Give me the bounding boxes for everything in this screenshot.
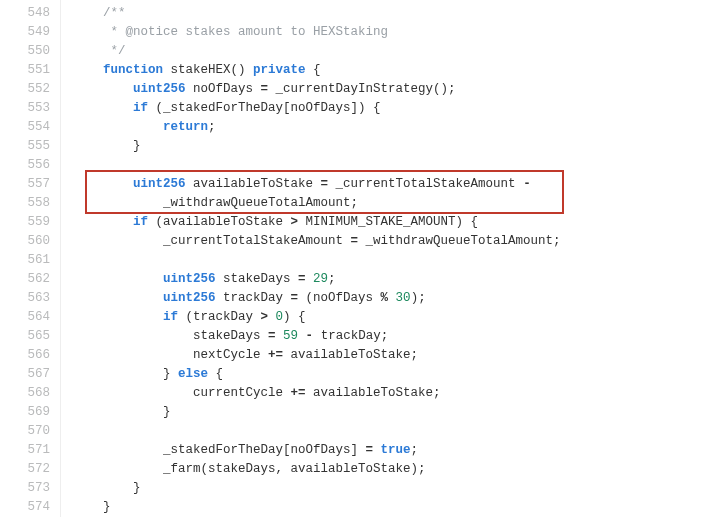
line-number: 558: [0, 194, 50, 213]
line-number: 574: [0, 498, 50, 517]
code-viewer: 5485495505515525535545555565575585595605…: [0, 0, 704, 517]
line-number: 554: [0, 118, 50, 137]
line-number: 551: [0, 61, 50, 80]
line-number: 564: [0, 308, 50, 327]
code-line: function stakeHEX() private {: [73, 61, 704, 80]
line-number: 553: [0, 99, 50, 118]
line-number: 565: [0, 327, 50, 346]
code-area: /** * @notice stakes amount to HEXStakin…: [61, 0, 704, 517]
comment: */: [103, 44, 126, 58]
code-line: }: [73, 403, 704, 422]
code-line: }: [73, 137, 704, 156]
code-line: uint256 trackDay = (noOfDays % 30);: [73, 289, 704, 308]
code-line: uint256 stakeDays = 29;: [73, 270, 704, 289]
code-line: [73, 251, 704, 270]
code-line: uint256 availableToStake = _currentTotal…: [73, 175, 704, 194]
code-line: return;: [73, 118, 704, 137]
code-line: nextCycle += availableToStake;: [73, 346, 704, 365]
line-number: 562: [0, 270, 50, 289]
code-line: }: [73, 498, 704, 517]
code-line: [73, 422, 704, 441]
code-line: if (_stakedForTheDay[noOfDays]) {: [73, 99, 704, 118]
line-number: 550: [0, 42, 50, 61]
line-number: 571: [0, 441, 50, 460]
line-number: 548: [0, 4, 50, 23]
line-number: 573: [0, 479, 50, 498]
line-number: 556: [0, 156, 50, 175]
line-number: 568: [0, 384, 50, 403]
line-number: 566: [0, 346, 50, 365]
line-number: 570: [0, 422, 50, 441]
code-line: }: [73, 479, 704, 498]
code-line: /**: [73, 4, 704, 23]
line-number-gutter: 5485495505515525535545555565575585595605…: [0, 0, 61, 517]
line-number: 572: [0, 460, 50, 479]
line-number: 560: [0, 232, 50, 251]
line-number: 549: [0, 23, 50, 42]
comment: /**: [103, 6, 126, 20]
code-line: [73, 156, 704, 175]
code-line: */: [73, 42, 704, 61]
code-line: _withdrawQueueTotalAmount;: [73, 194, 704, 213]
code-line: _stakedForTheDay[noOfDays] = true;: [73, 441, 704, 460]
code-line: if (trackDay > 0) {: [73, 308, 704, 327]
code-line: stakeDays = 59 - trackDay;: [73, 327, 704, 346]
code-line: _currentTotalStakeAmount = _withdrawQueu…: [73, 232, 704, 251]
line-number: 557: [0, 175, 50, 194]
line-number: 555: [0, 137, 50, 156]
line-number: 561: [0, 251, 50, 270]
code-line: currentCycle += availableToStake;: [73, 384, 704, 403]
line-number: 567: [0, 365, 50, 384]
code-line: uint256 noOfDays = _currentDayInStrategy…: [73, 80, 704, 99]
code-line: _farm(stakeDays, availableToStake);: [73, 460, 704, 479]
line-number: 569: [0, 403, 50, 422]
code-line: } else {: [73, 365, 704, 384]
comment: * @notice stakes amount to HEXStaking: [103, 25, 388, 39]
line-number: 552: [0, 80, 50, 99]
line-number: 559: [0, 213, 50, 232]
code-line: if (availableToStake > MINIMUM_STAKE_AMO…: [73, 213, 704, 232]
line-number: 563: [0, 289, 50, 308]
code-line: * @notice stakes amount to HEXStaking: [73, 23, 704, 42]
